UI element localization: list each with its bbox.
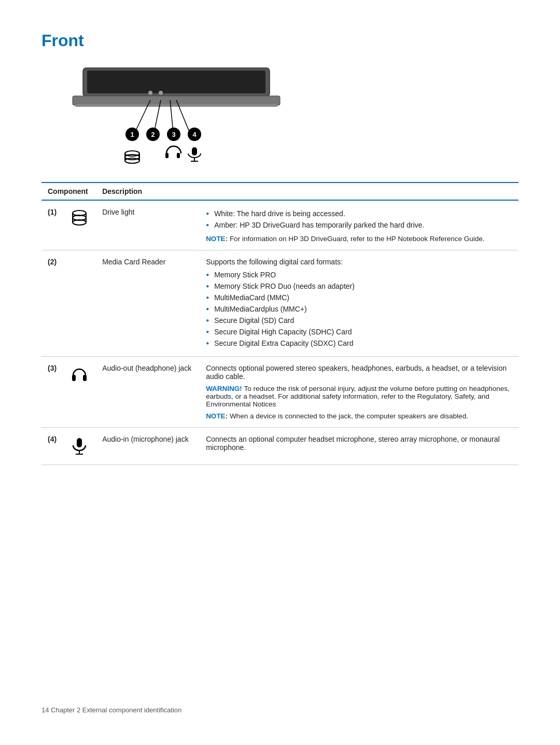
row-number: (1) xyxy=(48,208,57,216)
note-label: NOTE: xyxy=(206,235,228,243)
svg-rect-34 xyxy=(83,375,87,381)
row-number: (2) xyxy=(48,258,57,266)
description-2: Supports the following digital card form… xyxy=(200,250,519,357)
description-1: White: The hard drive is being accessed.… xyxy=(200,200,519,250)
row-number: (4) xyxy=(48,435,57,443)
component-name-3: Audio-out (headphone) jack xyxy=(96,357,200,428)
bullet-item: Memory Stick PRO Duo (needs an adapter) xyxy=(206,280,512,292)
page-title: Front xyxy=(41,31,519,50)
svg-rect-1 xyxy=(87,71,265,93)
svg-rect-24 xyxy=(177,153,180,158)
svg-text:4: 4 xyxy=(192,131,197,138)
description-3: Connects optional powered stereo speaker… xyxy=(200,357,519,428)
svg-point-5 xyxy=(159,91,163,95)
description-intro: Connects an optional computer headset mi… xyxy=(206,435,512,452)
warning-label: WARNING! xyxy=(206,385,242,392)
row-num-2: (2) xyxy=(41,250,63,357)
table-row: (4) Audio-in (microphone) jack Connects … xyxy=(41,428,519,465)
component-name-4: Audio-in (microphone) jack xyxy=(96,428,200,465)
row-num-3: (3) xyxy=(41,357,63,428)
bullet-item: Secure Digital (SD) Card xyxy=(206,315,512,326)
note-text: When a device is connected to the jack, … xyxy=(228,412,468,420)
description-4: Connects an optional computer headset mi… xyxy=(200,428,519,465)
description-intro: Connects optional powered stereo speaker… xyxy=(206,364,512,381)
warning-text: To reduce the risk of personal injury, a… xyxy=(206,385,510,408)
microphone-jack-icon xyxy=(63,428,96,465)
table-row: (1) Drive light White: The hard drive is… xyxy=(41,200,519,250)
note-label: NOTE: xyxy=(206,412,228,420)
col-header-description: Description xyxy=(96,182,200,200)
svg-point-4 xyxy=(148,91,152,95)
component-name-1: Drive light xyxy=(96,200,200,250)
row-num-1: (1) xyxy=(41,200,63,250)
media-card-reader-icon xyxy=(63,250,96,357)
bullet-item: Secure Digital High Capacity (SDHC) Card xyxy=(206,326,512,338)
bullet-item: MultiMediaCardplus (MMC+) xyxy=(206,303,512,315)
svg-text:2: 2 xyxy=(151,131,155,138)
row-number: (3) xyxy=(48,364,57,372)
bullet-item: Secure Digital Extra Capacity (SDXC) Car… xyxy=(206,338,512,349)
note-box: NOTE: When a device is connected to the … xyxy=(206,412,512,420)
svg-rect-23 xyxy=(165,153,169,158)
col-header-component: Component xyxy=(41,182,96,200)
laptop-illustration: 1 2 3 4 xyxy=(41,63,311,172)
row-num-4: (4) xyxy=(41,428,63,465)
svg-point-20 xyxy=(125,158,139,163)
bullet-item: MultiMediaCard (MMC) xyxy=(206,292,512,303)
bullet-item: Amber: HP 3D DriveGuard has temporarily … xyxy=(206,219,512,231)
svg-rect-35 xyxy=(77,438,82,447)
table-row: (2) Media Card Reader Supports the follo… xyxy=(41,250,519,357)
component-table: Component Description (1) Drive light xyxy=(41,182,519,465)
svg-rect-33 xyxy=(72,375,76,381)
svg-text:3: 3 xyxy=(172,131,175,138)
svg-text:1: 1 xyxy=(130,131,134,138)
headphone-jack-icon xyxy=(63,357,96,428)
bullet-item: White: The hard drive is being accessed. xyxy=(206,208,512,219)
svg-rect-25 xyxy=(192,147,197,156)
component-name-2: Media Card Reader xyxy=(96,250,200,357)
drive-light-icon xyxy=(63,200,96,250)
note-text: For information on HP 3D DriveGuard, ref… xyxy=(228,235,485,243)
warning-box: WARNING! To reduce the risk of personal … xyxy=(206,385,512,408)
table-row: (3) Audio-out (headphone) jack Connects … xyxy=(41,357,519,428)
bullet-item: Memory Stick PRO xyxy=(206,269,512,280)
svg-rect-3 xyxy=(75,104,277,107)
footer: 14 Chapter 2 External component identifi… xyxy=(41,706,181,714)
note-box: NOTE: For information on HP 3D DriveGuar… xyxy=(206,235,512,243)
description-intro: Supports the following digital card form… xyxy=(206,258,512,266)
